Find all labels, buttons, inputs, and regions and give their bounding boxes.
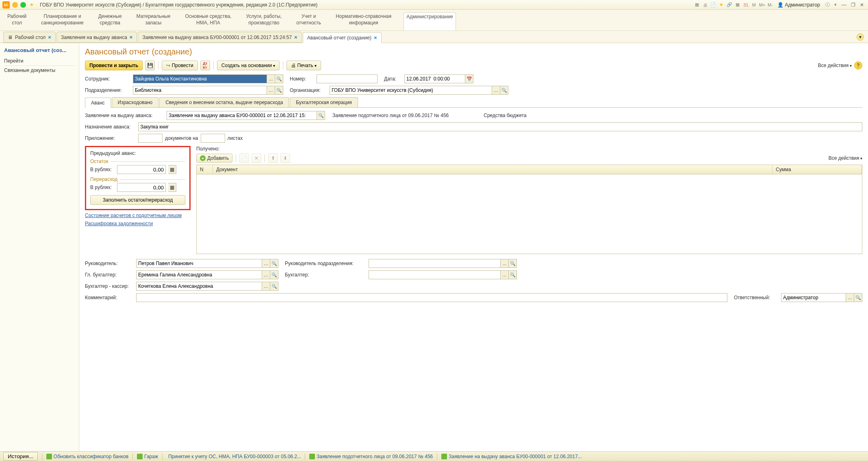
ellipsis-icon[interactable]: … xyxy=(262,270,270,279)
tab-spent[interactable]: Израсходовано xyxy=(112,97,159,107)
help-icon[interactable]: ? xyxy=(854,61,862,70)
move-up-icon[interactable]: ⬆ xyxy=(268,153,278,163)
memory-mminus[interactable]: M- xyxy=(767,2,773,8)
menu-reference[interactable]: Нормативно-справочная информация xyxy=(333,12,394,30)
search-icon[interactable]: 🔍 xyxy=(270,270,278,279)
menu-accounting[interactable]: Учет и отчетность xyxy=(294,12,323,30)
tab-remainder-info[interactable]: Сведения о внесении остатка, выдаче пере… xyxy=(159,97,289,107)
tab-advance-report[interactable]: Авансовый отчет (создание) × xyxy=(303,32,382,43)
close-tab-icon[interactable]: × xyxy=(48,34,51,40)
tab-request-doc[interactable]: Заявление на выдачу аванса БУ00-000001 о… xyxy=(138,32,302,43)
close-tab-icon[interactable]: × xyxy=(294,34,297,40)
menu-materials[interactable]: Материальные запасы xyxy=(134,12,173,30)
toolbar-icon[interactable]: 📄 xyxy=(710,2,716,8)
ellipsis-icon[interactable]: … xyxy=(267,86,275,95)
copy-icon[interactable]: 📄 xyxy=(239,153,249,163)
close-tab-icon[interactable]: × xyxy=(374,35,377,41)
sys-button[interactable] xyxy=(20,2,26,8)
dropdown-icon[interactable]: ▾ xyxy=(832,2,839,8)
info-icon[interactable]: ⓘ xyxy=(824,2,831,8)
employee-input[interactable] xyxy=(133,74,267,83)
tab-requests[interactable]: Заявления на выдачу аванса × xyxy=(56,32,137,43)
received-grid[interactable]: N Документ Сумма xyxy=(196,165,862,254)
grid-icon[interactable]: ▦ xyxy=(734,2,741,8)
create-based-button[interactable]: Создать на основании xyxy=(217,61,280,70)
save-icon[interactable]: 💾 xyxy=(145,61,155,70)
attach-docs-input[interactable] xyxy=(138,134,163,143)
department-input[interactable] xyxy=(133,86,267,95)
ellipsis-icon[interactable]: … xyxy=(262,282,270,291)
link-icon[interactable]: 🔗 xyxy=(726,2,733,8)
maximize-button[interactable]: ❐ xyxy=(849,2,857,8)
all-actions-button[interactable]: Все действия xyxy=(818,63,852,68)
ellipsis-icon[interactable]: … xyxy=(262,259,270,268)
debt-breakdown-link[interactable]: Расшифровка задолженности xyxy=(85,221,191,226)
org-input[interactable] xyxy=(330,86,492,95)
menu-admin[interactable]: Администрирование xyxy=(404,12,456,30)
calculator-icon[interactable]: ▦ xyxy=(168,183,176,192)
menu-assets[interactable]: Основные средства, НМА, НПА xyxy=(182,12,234,30)
ellipsis-icon[interactable]: … xyxy=(501,270,509,279)
close-button[interactable]: ✕ xyxy=(858,2,866,8)
search-icon[interactable]: 🔍 xyxy=(270,259,278,268)
expand-tabs-icon[interactable]: ▾ xyxy=(857,33,864,41)
ellipsis-icon[interactable]: … xyxy=(267,74,275,83)
remainder-input[interactable] xyxy=(117,165,166,174)
ellipsis-icon[interactable]: … xyxy=(501,259,509,268)
search-icon[interactable]: 🔍 xyxy=(275,74,283,83)
menu-desktop[interactable]: Рабочий стол xyxy=(5,12,29,30)
date-input[interactable] xyxy=(404,74,465,83)
memory-m[interactable]: M xyxy=(751,2,757,8)
memory-mplus[interactable]: M+ xyxy=(759,2,765,8)
responsible-input[interactable] xyxy=(781,293,846,302)
add-button[interactable]: + Добавить xyxy=(196,154,232,163)
depthead-input[interactable] xyxy=(369,259,501,268)
sidebar-link-related[interactable]: Связанные документы xyxy=(4,66,75,75)
calculator-icon[interactable]: ▦ xyxy=(168,165,176,174)
dtkr-icon[interactable]: ДтКт xyxy=(200,61,210,70)
grid-all-actions[interactable]: Все действия xyxy=(829,155,862,161)
tab-desktop[interactable]: 🖥 Рабочий стол × xyxy=(3,32,56,43)
post-button[interactable]: ↪ Провести xyxy=(162,61,197,70)
search-icon[interactable]: 🔍 xyxy=(275,86,283,95)
current-user[interactable]: 👤 Администратор xyxy=(775,2,822,8)
search-icon[interactable]: 🔍 xyxy=(500,86,508,95)
menu-cash[interactable]: Денежные средства xyxy=(96,12,124,30)
settlement-state-link[interactable]: Состояние расчетов с подотчетным лицом xyxy=(85,213,191,218)
delete-icon[interactable]: ✕ xyxy=(252,153,261,163)
print-button[interactable]: 🖨 Печать xyxy=(286,61,321,70)
attach-sheets-input[interactable] xyxy=(201,134,225,143)
search-icon[interactable]: 🔍 xyxy=(317,111,325,120)
search-icon[interactable]: 🔍 xyxy=(509,259,517,268)
menu-planning[interactable]: Планирование и санкционирование xyxy=(39,12,86,30)
head-input[interactable] xyxy=(136,259,262,268)
request-input[interactable] xyxy=(167,111,317,120)
ellipsis-icon[interactable]: … xyxy=(492,86,500,95)
sys-button[interactable] xyxy=(12,2,18,8)
purpose-input[interactable] xyxy=(138,122,862,131)
favorite-icon[interactable]: ★ xyxy=(718,2,725,8)
post-and-close-button[interactable]: Провести и закрыть xyxy=(85,61,143,70)
ellipsis-icon[interactable]: … xyxy=(846,293,854,302)
toolbar-icon[interactable]: 🖨 xyxy=(702,2,708,8)
calendar-icon[interactable]: 31 xyxy=(742,2,749,8)
calendar-icon[interactable]: 📅 xyxy=(465,74,473,83)
buh-input[interactable] xyxy=(369,270,501,279)
number-input[interactable] xyxy=(317,74,378,83)
search-icon[interactable]: 🔍 xyxy=(509,270,517,279)
minimize-button[interactable]: — xyxy=(840,2,848,8)
fill-remainder-button[interactable]: Заполнить остаток/перерасход xyxy=(90,195,185,205)
tab-advance[interactable]: Аванс xyxy=(85,98,111,108)
search-icon[interactable]: 🔍 xyxy=(854,293,862,302)
menu-services[interactable]: Услуги, работы, производство xyxy=(243,12,284,30)
close-tab-icon[interactable]: × xyxy=(130,34,133,40)
star-icon[interactable]: ★ xyxy=(28,2,35,8)
comment-input[interactable] xyxy=(136,293,727,302)
glbuh-input[interactable] xyxy=(136,270,262,279)
cashier-input[interactable] xyxy=(136,282,262,291)
move-down-icon[interactable]: ⬇ xyxy=(280,153,290,163)
toolbar-icon[interactable]: ▦ xyxy=(694,2,700,8)
search-icon[interactable]: 🔍 xyxy=(270,282,278,291)
overrun-input[interactable] xyxy=(117,183,166,192)
tab-accounting-op[interactable]: Бухгалтерская операция xyxy=(290,97,358,107)
